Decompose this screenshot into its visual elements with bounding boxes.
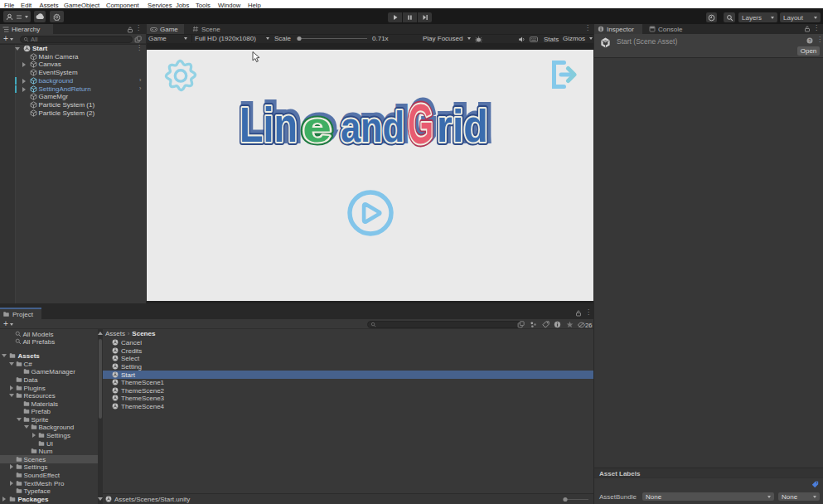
svg-text:and: and [341, 103, 404, 151]
svg-text:?: ? [808, 38, 811, 43]
svg-text:G: G [408, 96, 433, 151]
svg-text:rid: rid [437, 99, 488, 151]
svg-text:Lin: Lin [240, 97, 298, 151]
svg-text:e: e [303, 103, 332, 151]
